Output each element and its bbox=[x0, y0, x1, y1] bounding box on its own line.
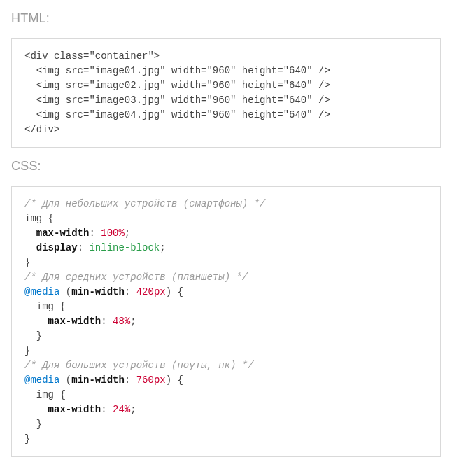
code-property: min-width bbox=[71, 286, 125, 298]
code-property: max-width bbox=[48, 316, 101, 327]
code-semi: ; bbox=[130, 404, 136, 415]
code-indent bbox=[24, 419, 36, 430]
code-value: 100% bbox=[101, 227, 125, 239]
code-indent bbox=[24, 316, 48, 327]
css-code-block: /* Для небольших устройств (смартфоны) *… bbox=[11, 186, 441, 457]
code-property: max-width bbox=[36, 227, 90, 239]
code-colon: : bbox=[101, 404, 106, 415]
code-semi: ; bbox=[160, 242, 165, 253]
code-indent bbox=[24, 389, 36, 400]
code-selector: img bbox=[36, 301, 54, 312]
code-brace: } bbox=[24, 257, 30, 268]
code-comment: /* Для небольших устройств (смартфоны) *… bbox=[24, 198, 265, 209]
code-brace: { bbox=[178, 286, 183, 298]
code-indent bbox=[24, 404, 48, 415]
code-property: min-width bbox=[71, 374, 125, 386]
code-paren: ( bbox=[66, 286, 71, 298]
code-property: display bbox=[36, 242, 78, 253]
code-line: <img src="image02.jpg" width="960" heigh… bbox=[24, 80, 330, 91]
code-value: 48% bbox=[113, 316, 130, 327]
code-paren: ( bbox=[66, 374, 71, 386]
code-property: max-width bbox=[48, 404, 101, 415]
code-brace: { bbox=[178, 374, 183, 386]
code-media: @media bbox=[24, 374, 59, 386]
code-comment: /* Для больших устройств (ноуты, пк) */ bbox=[24, 360, 254, 371]
code-brace: } bbox=[36, 419, 42, 430]
code-indent bbox=[24, 242, 36, 253]
code-paren: ) bbox=[166, 286, 171, 298]
code-media: @media bbox=[24, 286, 59, 298]
html-section-label: HTML: bbox=[11, 11, 441, 26]
code-line: <img src="image04.jpg" width="960" heigh… bbox=[24, 109, 330, 120]
code-colon: : bbox=[101, 316, 106, 327]
css-section-label: CSS: bbox=[11, 159, 441, 174]
code-colon: : bbox=[89, 227, 94, 239]
code-indent bbox=[24, 330, 36, 342]
code-line: </div> bbox=[24, 124, 59, 135]
html-code-block: <div class="container"> <img src="image0… bbox=[11, 38, 441, 148]
code-selector: img bbox=[36, 389, 54, 400]
code-colon: : bbox=[125, 286, 130, 298]
code-value: 420px bbox=[136, 286, 166, 298]
code-semi: ; bbox=[125, 227, 130, 239]
code-indent bbox=[24, 301, 36, 312]
code-line: <div class="container"> bbox=[24, 50, 160, 62]
code-value: 24% bbox=[113, 404, 130, 415]
code-colon: : bbox=[78, 242, 83, 253]
code-semi: ; bbox=[130, 316, 136, 327]
code-line: <img src="image01.jpg" width="960" heigh… bbox=[24, 65, 330, 76]
code-brace: { bbox=[48, 213, 54, 224]
code-brace: { bbox=[59, 389, 65, 400]
code-selector: img bbox=[24, 213, 42, 224]
code-value: 760px bbox=[136, 374, 166, 386]
code-paren: ) bbox=[166, 374, 171, 386]
code-brace: { bbox=[59, 301, 65, 312]
code-comment: /* Для средних устройств (планшеты) */ bbox=[24, 272, 248, 283]
code-brace: } bbox=[24, 433, 30, 444]
code-brace: } bbox=[24, 345, 30, 356]
code-indent bbox=[24, 227, 36, 239]
code-colon: : bbox=[125, 374, 130, 386]
code-value: inline-block bbox=[89, 242, 160, 253]
code-brace: } bbox=[36, 330, 42, 342]
code-line: <img src="image03.jpg" width="960" heigh… bbox=[24, 94, 330, 106]
